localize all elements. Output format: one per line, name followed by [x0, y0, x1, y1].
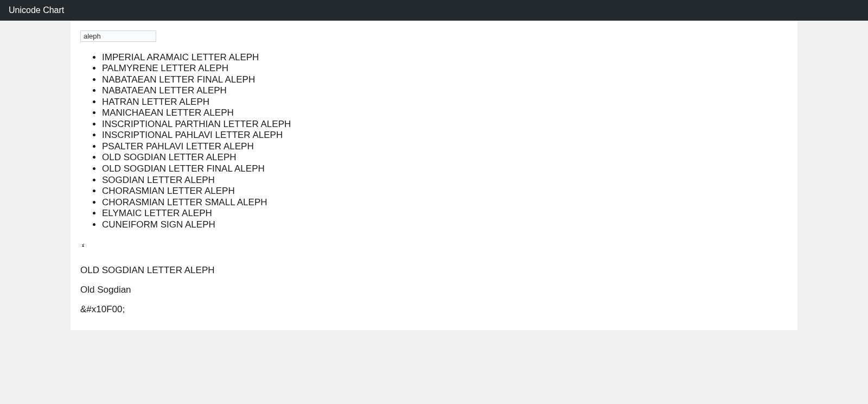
- result-item[interactable]: NABATAEAN LETTER ALEPH: [102, 85, 788, 97]
- result-item[interactable]: OLD SOGDIAN LETTER FINAL ALEPH: [102, 163, 788, 174]
- result-item[interactable]: HATRAN LETTER ALEPH: [102, 96, 788, 108]
- result-item[interactable]: PALMYRENE LETTER ALEPH: [102, 63, 788, 74]
- result-item[interactable]: CHORASMIAN LETTER ALEPH: [102, 186, 788, 197]
- app-header: Unicode Chart: [0, 0, 868, 21]
- detail-glyph: 𐼀: [80, 240, 788, 250]
- search-input[interactable]: [80, 30, 156, 42]
- results-list: IMPERIAL ARAMAIC LETTER ALEPH PALMYRENE …: [80, 52, 788, 230]
- result-item[interactable]: ELYMAIC LETTER ALEPH: [102, 208, 788, 219]
- result-item[interactable]: INSCRIPTIONAL PARTHIAN LETTER ALEPH: [102, 118, 788, 130]
- result-item[interactable]: NABATAEAN LETTER FINAL ALEPH: [102, 74, 788, 85]
- result-item[interactable]: OLD SOGDIAN LETTER ALEPH: [102, 152, 788, 163]
- result-item[interactable]: CHORASMIAN LETTER SMALL ALEPH: [102, 197, 788, 208]
- result-item[interactable]: INSCRIPTIONAL PAHLAVI LETTER ALEPH: [102, 130, 788, 141]
- detail-block-name: Old Sogdian: [80, 285, 788, 295]
- detail-html-entity: &#x10F00;: [80, 304, 788, 315]
- result-item[interactable]: MANICHAEAN LETTER ALEPH: [102, 108, 788, 119]
- detail-character-name: OLD SOGDIAN LETTER ALEPH: [80, 265, 788, 276]
- result-item[interactable]: SOGDIAN LETTER ALEPH: [102, 174, 788, 186]
- app-title: Unicode Chart: [9, 5, 64, 15]
- result-item[interactable]: IMPERIAL ARAMAIC LETTER ALEPH: [102, 52, 788, 63]
- main-container: IMPERIAL ARAMAIC LETTER ALEPH PALMYRENE …: [71, 21, 797, 330]
- result-item[interactable]: PSALTER PAHLAVI LETTER ALEPH: [102, 141, 788, 152]
- result-item[interactable]: CUNEIFORM SIGN ALEPH: [102, 219, 788, 230]
